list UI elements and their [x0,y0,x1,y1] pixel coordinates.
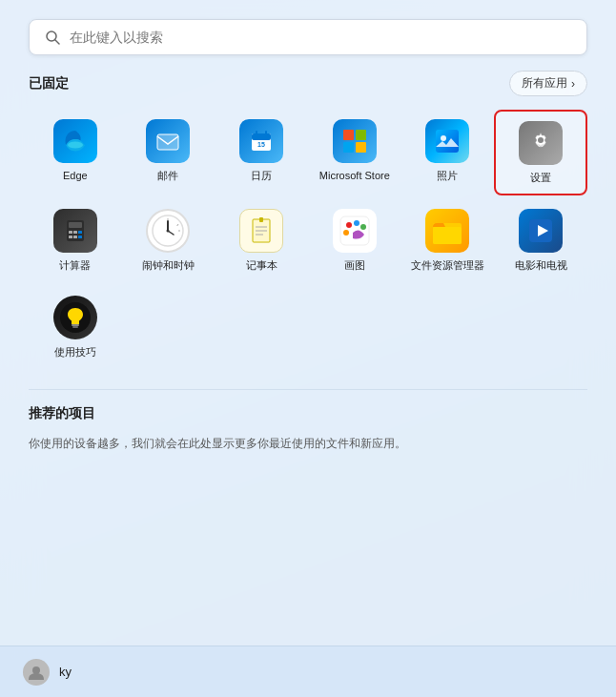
section-header-recommended: 推荐的项目 [29,405,587,422]
paint-icon [333,209,377,253]
clock-icon [146,209,190,253]
app-tips[interactable]: 使用技巧 [29,286,122,368]
app-paint[interactable]: 画图 [308,199,401,281]
svg-point-30 [167,230,170,233]
svg-rect-25 [78,236,82,238]
svg-rect-50 [72,326,78,328]
svg-point-41 [354,220,359,226]
app-edge[interactable]: Edge [29,110,122,195]
notepad-icon [239,209,283,253]
svg-rect-49 [72,324,79,326]
svg-rect-24 [73,236,77,238]
search-icon [45,30,60,45]
app-store[interactable]: Microsoft Store [308,110,401,195]
app-calendar[interactable]: 15 日历 [215,110,308,195]
app-label-edge: Edge [63,169,88,182]
svg-point-40 [346,222,352,228]
svg-rect-8 [265,131,267,135]
svg-point-17 [538,137,544,143]
svg-rect-20 [69,231,72,234]
settings-icon [519,121,563,165]
store-icon [333,119,377,163]
app-settings[interactable]: 设置 [494,110,587,195]
svg-point-43 [343,230,349,236]
photos-icon [425,119,469,163]
app-label-calendar: 日历 [251,169,272,182]
app-label-notepad: 记事本 [246,258,277,272]
apps-grid: Edge 邮件 [29,110,587,368]
tips-icon [53,296,97,339]
app-mail[interactable]: 邮件 [122,110,216,195]
svg-point-42 [360,224,366,230]
app-label-tips: 使用技巧 [54,345,96,359]
calculator-icon [53,209,97,253]
svg-rect-11 [356,130,366,140]
svg-rect-6 [252,133,271,140]
section-divider [29,389,587,390]
svg-point-2 [68,142,83,149]
app-clock[interactable]: 闹钟和时钟 [122,199,216,281]
svg-rect-22 [78,231,82,234]
app-label-settings: 设置 [530,171,551,184]
search-bar[interactable] [29,19,587,55]
app-label-explorer: 文件资源管理器 [411,258,484,272]
recommended-title: 推荐的项目 [29,405,95,422]
pinned-section: 已固定 所有应用 › [0,71,616,378]
svg-rect-7 [256,131,257,135]
search-input[interactable] [70,30,571,45]
app-label-mail: 邮件 [157,169,178,182]
app-photos[interactable]: 照片 [401,110,495,195]
all-apps-button[interactable]: 所有应用 › [509,71,587,96]
svg-rect-14 [436,130,459,153]
edge-icon [53,119,97,163]
app-label-store: Microsoft Store [319,169,390,182]
svg-rect-12 [343,142,354,153]
app-label-movies: 电影和电视 [515,258,567,272]
app-notepad[interactable]: 记事本 [215,199,308,281]
app-calculator[interactable]: 计算器 [29,199,122,281]
svg-rect-21 [73,231,77,234]
svg-rect-45 [433,227,462,244]
movies-icon [519,209,563,253]
svg-rect-10 [343,130,354,140]
svg-line-1 [55,40,59,44]
app-explorer[interactable]: 文件资源管理器 [401,199,495,281]
svg-point-51 [32,666,40,674]
svg-rect-35 [259,217,263,222]
user-name: ky [59,665,72,679]
app-label-photos: 照片 [437,169,458,182]
explorer-icon [425,209,469,253]
app-label-clock: 闹钟和时钟 [142,258,195,272]
svg-text:15: 15 [257,141,265,148]
svg-rect-13 [356,142,366,153]
recommended-desc: 你使用的设备越多，我们就会在此处显示更多你最近使用的文件和新应用。 [29,436,587,452]
svg-point-15 [441,135,446,141]
svg-rect-23 [69,236,72,238]
app-label-paint: 画图 [344,258,365,272]
svg-rect-3 [157,134,178,150]
pinned-title: 已固定 [29,75,69,92]
mail-icon [146,119,190,163]
calendar-icon: 15 [239,119,283,163]
recommended-section: 推荐的项目 你使用的设备越多，我们就会在此处显示更多你最近使用的文件和新应用。 [0,405,616,646]
app-label-calculator: 计算器 [59,258,91,272]
svg-rect-19 [69,222,82,228]
bottom-bar: ky [0,646,616,697]
user-avatar [23,659,50,686]
app-movies[interactable]: 电影和电视 [494,199,587,281]
section-header-pinned: 已固定 所有应用 › [29,71,587,96]
start-menu: 已固定 所有应用 › [0,0,616,697]
